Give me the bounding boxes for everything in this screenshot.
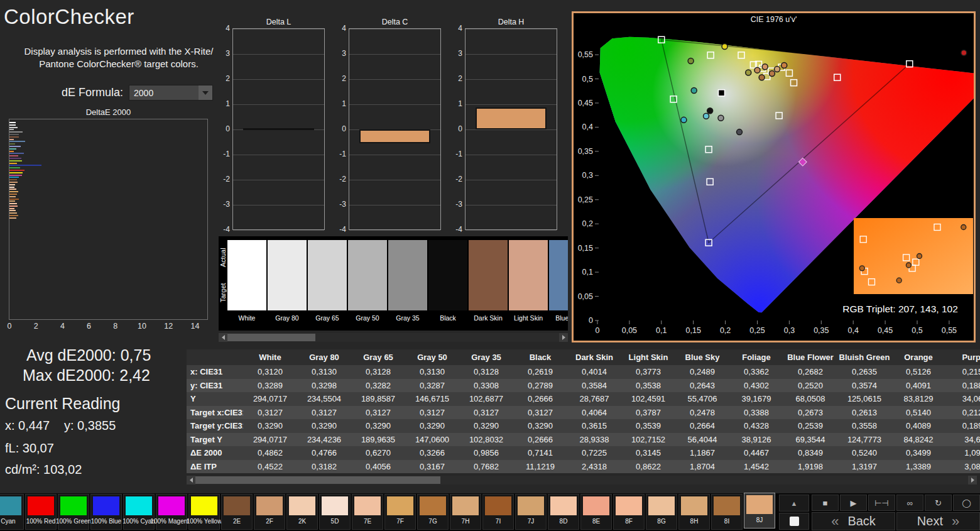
- table-cell: 0,3130: [405, 367, 459, 376]
- table-header-cell: Bluish Green: [837, 353, 891, 362]
- toolbar-patch-7g[interactable]: 7G: [417, 494, 449, 530]
- cie-measured-point: [746, 70, 751, 75]
- toolbar-patch-8i[interactable]: 8I: [711, 494, 743, 530]
- table-scrollbar[interactable]: [187, 476, 977, 484]
- range-button[interactable]: ⊢⊣: [868, 495, 895, 511]
- delta-c-title: Delta C: [349, 18, 441, 26]
- x-tick-label: 0,4: [848, 326, 859, 335]
- y-axis-label: 1: [449, 99, 462, 108]
- delta-bar: [476, 107, 547, 129]
- table-scroll-left-button[interactable]: [187, 476, 195, 484]
- gridline: [233, 29, 324, 30]
- cie-measured-point: [704, 113, 709, 119]
- cie-diagram-panel: CIE 1976 u'v' 0,550,50,450,40,350,30,250: [572, 11, 976, 342]
- toolbar-patch-100-magenta[interactable]: 100% Magenta: [156, 494, 187, 530]
- description: Display analysis is performed with the X…: [15, 45, 222, 71]
- toolbar-patch-8f[interactable]: 8F: [613, 494, 645, 530]
- table-cell: 28,7687: [567, 394, 621, 403]
- toolbar-patch-cyan[interactable]: Cyan: [0, 494, 24, 530]
- gridline: [466, 79, 557, 80]
- next-label: Next: [917, 514, 943, 528]
- y-tick-label: 0,25: [578, 195, 593, 204]
- toolbar-patch-2e[interactable]: 2E: [221, 494, 253, 530]
- toolbar-patch-5d[interactable]: 5D: [319, 494, 351, 530]
- table-cell: 0,3615: [567, 421, 621, 430]
- scroll-up-button[interactable]: ▲: [779, 495, 809, 512]
- table-cell: 189,9635: [351, 435, 405, 444]
- y-axis-label: -4: [449, 225, 462, 234]
- back-button[interactable]: « Back: [812, 512, 895, 530]
- cie-measured-point: [736, 129, 742, 135]
- toolbar-patch-100-red[interactable]: 100% Red: [25, 494, 57, 530]
- dropdown-arrow-box[interactable]: [199, 85, 212, 100]
- swatch-scroll-thumb[interactable]: [227, 334, 315, 341]
- deltae-bar: [9, 148, 16, 150]
- toolbar-patch-8j[interactable]: 8J: [744, 493, 775, 528]
- table-header-row: WhiteGray 80Gray 65Gray 50Gray 35BlackDa…: [187, 349, 980, 365]
- table-scroll-right-button[interactable]: [968, 476, 977, 484]
- table-cell: 0,3266: [405, 448, 459, 457]
- stop-button[interactable]: ■: [812, 495, 839, 511]
- patch-swatch: Gray 50: [348, 240, 387, 322]
- swatch-label: White: [227, 314, 266, 322]
- toolbar-patch-7h[interactable]: 7H: [450, 494, 481, 530]
- toolbar-patch-7e[interactable]: 7E: [352, 494, 383, 530]
- loop-button[interactable]: ∞: [896, 495, 923, 511]
- table-cell: 0,3388: [729, 408, 783, 417]
- scroll-right-button[interactable]: [559, 333, 568, 342]
- patch-label: 8G: [657, 518, 665, 525]
- patch-color: [60, 496, 87, 515]
- deltae-bar: [9, 163, 17, 164]
- table-row: ΔE ITP0,45220,31820,40560,31670,768211,1…: [187, 460, 980, 474]
- inset-measured-point: [906, 263, 911, 268]
- patch-window-button[interactable]: [779, 513, 809, 530]
- play-button[interactable]: ▶: [840, 495, 867, 511]
- toolbar-patch-7i[interactable]: 7I: [482, 494, 514, 530]
- toolbar-patch-8h[interactable]: 8H: [678, 494, 710, 530]
- deltae-xaxis: 02468101214: [9, 322, 208, 332]
- gridline: [349, 104, 440, 105]
- toolbar-patch-8e[interactable]: 8E: [580, 494, 612, 530]
- scroll-left-button[interactable]: [219, 333, 227, 342]
- toolbar-patch-2f[interactable]: 2F: [254, 494, 285, 530]
- circle-button[interactable]: ◯: [953, 495, 980, 511]
- cie-measured-point: [961, 50, 967, 55]
- toolbar-patch-100-yellow[interactable]: 100% Yellow: [188, 494, 220, 530]
- patch-color: [322, 496, 348, 515]
- table-row: ΔE 20000,48620,47660,62700,32660,98560,7…: [187, 446, 980, 460]
- reading-cdm2: cd/m²: 103,02: [5, 463, 82, 477]
- deltae-bar: [9, 182, 18, 183]
- swatch-scroll-track[interactable]: [227, 333, 559, 342]
- deltae-bar: [9, 153, 24, 154]
- patch-label: 100% Yellow: [187, 518, 222, 525]
- table-cell: 1,3197: [837, 462, 891, 471]
- toolbar-patch-8g[interactable]: 8G: [646, 494, 677, 530]
- refresh-button[interactable]: ↻: [925, 495, 952, 511]
- table-cell: 0,2682: [783, 367, 837, 376]
- y-axis-label: -2: [216, 175, 230, 183]
- cie-measured-point: [691, 87, 697, 93]
- table-scroll-thumb[interactable]: [195, 476, 440, 484]
- patch-color: [224, 496, 250, 515]
- table-header-cell: White: [243, 353, 297, 362]
- max-de2000: Max dE2000: 2,42: [23, 366, 150, 385]
- de-formula-select[interactable]: 2000: [129, 85, 213, 101]
- toolbar-patch-100-blue[interactable]: 100% Blue: [90, 494, 122, 530]
- table-header-cell: Blue Flower: [783, 353, 837, 362]
- toolbar-patch-2k[interactable]: 2K: [286, 494, 318, 530]
- deltae-bar: [9, 172, 23, 173]
- toolbar-patch-7f[interactable]: 7F: [384, 494, 416, 530]
- table-cell: 0,9856: [459, 448, 513, 457]
- swatch-scrollbar[interactable]: [219, 333, 568, 342]
- table-scroll-track[interactable]: [195, 476, 968, 484]
- cie-measured-point: [688, 58, 694, 64]
- toolbar-patch-8d[interactable]: 8D: [548, 494, 579, 530]
- toolbar-patch-7j[interactable]: 7J: [515, 494, 547, 530]
- table-cell: 102,4591: [621, 394, 675, 403]
- toolbar-patch-100-green[interactable]: 100% Green: [58, 494, 89, 530]
- deltae-xtick: 6: [87, 322, 91, 331]
- y-axis-label: 4: [332, 24, 346, 33]
- table-cell: 0,2613: [837, 408, 891, 417]
- table-cell: 0,7682: [459, 462, 513, 471]
- next-button[interactable]: Next »: [896, 512, 980, 530]
